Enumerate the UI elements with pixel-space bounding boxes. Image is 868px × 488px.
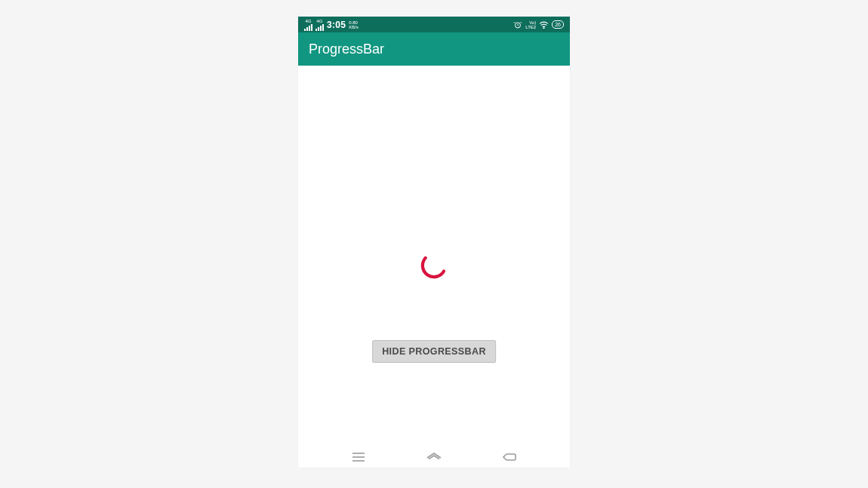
status-bar-left: 4G 4G 3:05 0.80 KB/s (304, 19, 359, 31)
network-label-1: 4G (305, 19, 311, 23)
home-icon (426, 452, 442, 462)
network-label-2: 4G (316, 19, 322, 23)
svg-point-2 (418, 250, 449, 281)
menu-icon (352, 452, 365, 462)
data-speed: 0.80 KB/s (349, 20, 359, 29)
volte-text-2: LTE2 (525, 25, 536, 29)
svg-point-1 (543, 27, 544, 28)
battery-icon: 26 (552, 20, 564, 29)
progress-spinner (418, 250, 450, 281)
signal-bars-icon (315, 24, 324, 31)
status-bar: 4G 4G 3:05 0.80 KB/s Vo) LTE2 (298, 17, 570, 32)
signal-group-2: 4G (315, 19, 324, 31)
app-bar: ProgressBar (298, 32, 570, 66)
back-icon (502, 452, 517, 462)
navigation-bar (298, 447, 570, 468)
signal-group-1: 4G (304, 19, 312, 31)
status-bar-right: Vo) LTE2 26 (513, 20, 564, 29)
nav-back-button[interactable] (494, 447, 525, 468)
phone-frame: 4G 4G 3:05 0.80 KB/s Vo) LTE2 (298, 17, 570, 468)
app-title: ProgressBar (309, 41, 384, 57)
signal-bars-icon (304, 24, 312, 31)
nav-home-button[interactable] (419, 447, 449, 468)
content-area: HIDE PROGRESSBAR (298, 66, 570, 447)
volte-label: Vo) LTE2 (525, 20, 536, 29)
hide-progressbar-button[interactable]: HIDE PROGRESSBAR (372, 340, 496, 363)
alarm-icon (513, 20, 522, 29)
data-speed-unit: KB/s (349, 25, 359, 29)
wifi-icon (539, 21, 549, 29)
clock-time: 3:05 (327, 20, 346, 30)
nav-recent-button[interactable] (343, 447, 374, 468)
